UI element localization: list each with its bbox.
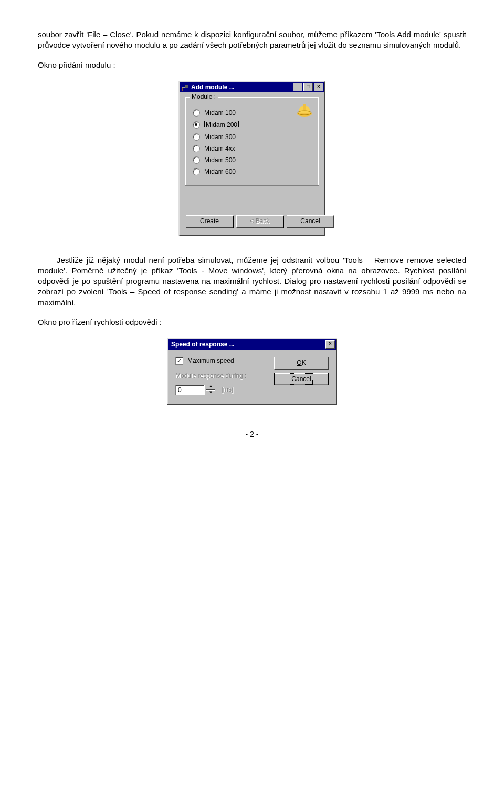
radio-midam-100[interactable]: Mıdam 100: [192, 108, 312, 118]
page-number: - 2 -: [38, 430, 466, 438]
radio-icon: [193, 145, 200, 152]
add-module-title: Add module ...: [191, 83, 293, 91]
radio-label: Mıdam 100: [204, 109, 236, 117]
svg-rect-2: [182, 88, 183, 91]
response-duration-input[interactable]: 0: [175, 385, 205, 395]
radio-midam-4xx[interactable]: Mıdam 4xx: [192, 143, 312, 154]
module-groupbox: Module : Mıdam 100 Mıdam 200: [185, 97, 319, 186]
maximum-speed-label: Maxımum speed: [187, 357, 234, 364]
add-module-dialog: Add module ... _ □ × Module :: [178, 81, 326, 236]
label-speed-window: Okno pro řízení rychlosti odpovědi :: [38, 318, 466, 326]
spin-up-icon[interactable]: ▲: [206, 384, 215, 390]
radio-icon: [193, 168, 200, 175]
radio-midam-600[interactable]: Mıdam 600: [192, 166, 312, 177]
close-button[interactable]: ×: [314, 83, 323, 91]
svg-rect-1: [185, 85, 188, 88]
back-button: < Back: [236, 215, 284, 228]
wizard-hardhat-icon: [296, 102, 313, 117]
minimize-button[interactable]: _: [293, 83, 302, 91]
radio-icon: [193, 156, 200, 164]
module-group-label: Module :: [190, 93, 218, 100]
cancel-button[interactable]: Cancel: [287, 215, 334, 228]
paragraph-2: Jestliže již nějaký modul není potřeba s…: [38, 255, 466, 308]
cancel-button[interactable]: Cancel: [274, 373, 329, 385]
maximize-button: □: [303, 83, 313, 91]
duration-spinner[interactable]: ▲ ▼: [206, 384, 215, 396]
radio-midam-500[interactable]: Mıdam 500: [192, 155, 312, 165]
radio-midam-200[interactable]: Mıdam 200: [192, 119, 312, 131]
hammer-icon: [181, 83, 189, 91]
radio-icon: [193, 109, 200, 117]
radio-label: Mıdam 500: [204, 156, 236, 164]
spin-down-icon[interactable]: ▼: [206, 390, 215, 396]
maximum-speed-checkbox[interactable]: ✓: [175, 357, 183, 365]
radio-label: Mıdam 600: [204, 168, 236, 175]
unit-label: [ms]: [222, 386, 234, 393]
create-button[interactable]: Create: [186, 215, 233, 228]
add-module-titlebar: Add module ... _ □ ×: [180, 82, 324, 92]
radio-midam-300[interactable]: Mıdam 300: [192, 132, 312, 142]
radio-icon: [193, 133, 200, 141]
label-add-module-window: Okno přidání modulu :: [38, 60, 466, 69]
radio-label: Mıdam 4xx: [204, 145, 235, 152]
speed-title: Speed of response ...: [169, 341, 326, 348]
response-during-label: Module response during :: [175, 372, 261, 379]
svg-rect-4: [303, 104, 306, 110]
radio-icon: [193, 121, 200, 129]
speed-dialog: Speed of response ... × ✓ Maxımum speed …: [167, 338, 337, 405]
radio-label: Mıdam 300: [204, 133, 236, 141]
speed-titlebar: Speed of response ... ×: [168, 339, 336, 350]
ok-button[interactable]: OK: [274, 357, 329, 370]
close-button[interactable]: ×: [326, 340, 335, 349]
paragraph-1: soubor zavřít 'File – Close'. Pokud nemá…: [38, 29, 466, 51]
radio-label: Mıdam 200: [204, 121, 239, 129]
